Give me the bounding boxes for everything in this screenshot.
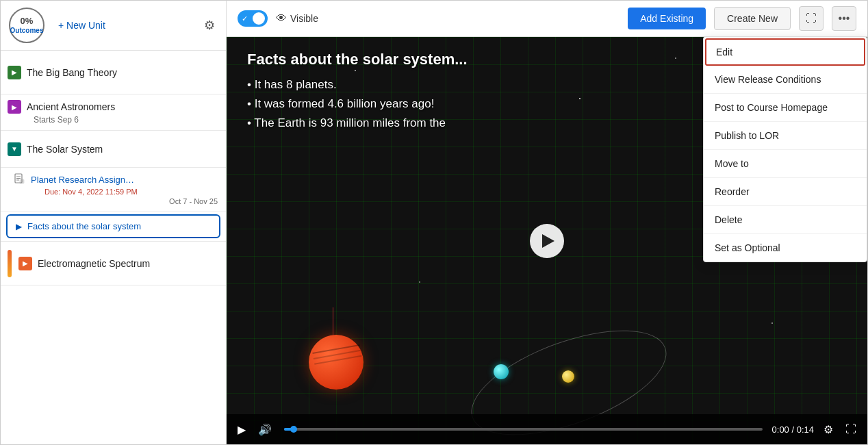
subitem-facts-solar[interactable]: ▶ Facts about the solar system — [6, 214, 220, 238]
dropdown-reorder-label: Reorder — [715, 186, 750, 197]
unit-arrow-em: ▶ — [18, 257, 32, 270]
eye-icon: 👁 — [276, 12, 287, 25]
subitem-facts-icon: ▶ — [16, 222, 22, 231]
unit-arrow-ancient: ▶ — [8, 100, 21, 114]
play-button-overlay[interactable] — [530, 224, 564, 258]
add-existing-label: Add Existing — [640, 13, 693, 24]
planet-red — [309, 335, 363, 390]
dropdown-publish-lor-label: Publish to LOR — [715, 130, 779, 141]
toggle-knob — [253, 12, 265, 25]
planet-cyan — [494, 364, 509, 379]
play-pause-button[interactable]: ▶ — [235, 422, 248, 437]
unit-item-electromagnetic[interactable]: ▶ Electromagnetic Spectrum — [1, 242, 226, 285]
time-display: 0:00 / 0:14 — [772, 424, 814, 435]
subitem-planet-research[interactable]: Planet Research Assign… Due: Nov 4, 2022… — [1, 168, 226, 212]
subitem-planet-icon — [14, 173, 25, 186]
sidebar: 0% Outcomes + New Unit ⚙ ▶ The Big Bang … — [1, 1, 227, 444]
visible-toggle[interactable]: ✓ — [238, 10, 268, 27]
add-existing-button[interactable]: Add Existing — [628, 8, 706, 29]
unit-title-big-bang: The Big Bang Theory — [27, 67, 117, 78]
dropdown-item-set-optional[interactable]: Set as Optional — [704, 234, 867, 262]
dropdown-item-publish-lor[interactable]: Publish to LOR — [704, 122, 867, 150]
dropdown-item-reorder[interactable]: Reorder — [704, 178, 867, 206]
dropdown-menu: Edit View Release Conditions Post to Cou… — [703, 36, 867, 262]
unit-title-ancient: Ancient Astronomers — [27, 101, 115, 112]
main-content: ✓ 👁 Visible Add Existing Create New ⛶ ••… — [227, 1, 867, 444]
video-controls: ▶ 🔊 0:00 / 0:14 ⚙ ⛶ — [227, 414, 867, 444]
dropdown-view-release-label: View Release Conditions — [715, 74, 821, 85]
dropdown-item-post-homepage[interactable]: Post to Course Homepage — [704, 94, 867, 122]
visible-label-group: 👁 Visible — [276, 12, 318, 25]
video-text-overlay: Facts about the solar system... • It has… — [247, 51, 468, 136]
play-triangle-icon — [542, 234, 554, 248]
svg-rect-4 — [20, 179, 24, 183]
unit-arrow-solar: ▼ — [8, 142, 21, 156]
subitem-planet-title: Planet Research Assign… — [31, 175, 134, 185]
volume-button[interactable]: 🔊 — [255, 422, 275, 437]
unit-title-solar: The Solar System — [27, 144, 103, 155]
more-options-button[interactable]: ••• — [832, 6, 856, 31]
dropdown-set-optional-label: Set as Optional — [715, 242, 780, 253]
toggle-track[interactable]: ✓ — [238, 10, 268, 27]
visible-label: Visible — [290, 13, 318, 24]
new-unit-button[interactable]: + New Unit — [53, 17, 111, 34]
unit-item-solar-system[interactable]: ▼ The Solar System — [1, 131, 226, 168]
new-unit-label: + New Unit — [58, 20, 105, 31]
video-bullet-2: • It was formed 4.6 billion years ago! — [247, 97, 468, 111]
more-icon: ••• — [839, 12, 850, 25]
settings-icon[interactable]: ⚙ — [201, 15, 218, 36]
video-bullet-3: • The Earth is 93 million miles from the — [247, 116, 468, 130]
unit-title-em: Electromagnetic Spectrum — [38, 258, 150, 269]
outcomes-badge[interactable]: 0% Outcomes — [9, 8, 44, 43]
progress-dot — [290, 426, 297, 433]
volume-icon: 🔊 — [258, 423, 272, 436]
play-icon: ▶ — [238, 423, 246, 436]
star-7 — [771, 322, 773, 324]
star-3 — [675, 58, 676, 59]
outcomes-percent: 0% — [21, 16, 34, 27]
dropdown-edit-label: Edit — [716, 47, 732, 58]
dropdown-item-move-to[interactable]: Move to — [704, 150, 867, 178]
video-bullet-1: • It has 8 planets. — [247, 78, 468, 92]
dropdown-item-edit[interactable]: Edit — [705, 38, 865, 66]
dropdown-item-view-release[interactable]: View Release Conditions — [704, 66, 867, 94]
sidebar-header: 0% Outcomes + New Unit ⚙ — [1, 1, 226, 51]
fullscreen-button[interactable]: ⛶ — [799, 6, 824, 31]
sidebar-list: ▶ The Big Bang Theory ▶ Ancient Astronom… — [1, 51, 226, 444]
planet-yellow — [562, 370, 574, 383]
fullscreen-video-button[interactable]: ⛶ — [843, 422, 859, 437]
unit-item-ancient-astronomers[interactable]: ▶ Ancient Astronomers Starts Sep 6 — [1, 94, 226, 131]
subitem-facts-title: Facts about the solar system — [27, 221, 141, 231]
solar-system-subitems: Planet Research Assign… Due: Nov 4, 2022… — [1, 168, 226, 242]
outcomes-label: Outcomes — [10, 27, 44, 35]
progress-bar[interactable] — [284, 428, 763, 431]
unit-item-big-bang[interactable]: ▶ The Big Bang Theory — [1, 51, 226, 94]
dropdown-delete-label: Delete — [715, 214, 742, 225]
subitem-planet-due: Due: Nov 4, 2022 11:59 PM — [44, 188, 138, 196]
unit-bar-em — [8, 250, 12, 277]
unit-subtitle-ancient: Starts Sep 6 — [34, 115, 219, 125]
main-toolbar: ✓ 👁 Visible Add Existing Create New ⛶ ••… — [227, 1, 867, 37]
dropdown-post-homepage-label: Post to Course Homepage — [715, 102, 828, 113]
fullscreen-icon: ⛶ — [806, 12, 817, 25]
app-container: 0% Outcomes + New Unit ⚙ ▶ The Big Bang … — [0, 0, 868, 445]
star-6 — [419, 281, 420, 283]
create-new-button[interactable]: Create New — [714, 7, 791, 30]
unit-arrow-big-bang: ▶ — [8, 66, 21, 79]
video-title-text: Facts about the solar system... — [247, 51, 468, 68]
settings-video-button[interactable]: ⚙ — [821, 422, 836, 437]
subitem-planet-dates: Oct 7 - Nov 25 — [169, 197, 218, 205]
dropdown-item-delete[interactable]: Delete — [704, 206, 867, 234]
create-new-label: Create New — [727, 13, 778, 24]
toggle-check-icon: ✓ — [242, 14, 248, 23]
dropdown-move-to-label: Move to — [715, 158, 749, 169]
